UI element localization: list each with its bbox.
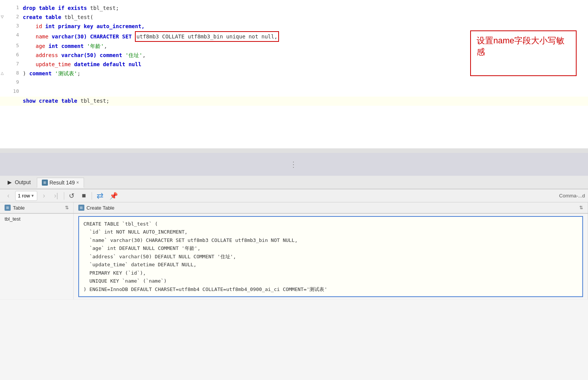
toolbar-divider-2 [92, 192, 92, 200]
col2-sort-icon[interactable]: ⇅ [579, 205, 583, 210]
result-tab-icon: ⊞ [42, 180, 48, 186]
next-page-button[interactable]: › [39, 191, 49, 201]
row-count-label: 1 row [18, 193, 30, 199]
table-col-icon: ⊞ [5, 205, 11, 211]
code-editor[interactable]: 1 drop table if exists tbl_test; 2 ▽ cre… [0, 0, 588, 148]
data-grid[interactable]: ⊞ Table ⇅ ⊞ Create Table ⇅ [0, 202, 588, 380]
tab-output[interactable]: ▶ Output [3, 178, 35, 187]
col-table-label: Table [13, 205, 25, 211]
cell-create-table-sql: CREATE TABLE `tbl_test` ( `id` int NOT N… [73, 213, 588, 299]
toolbar-divider-1 [64, 192, 64, 200]
result-toolbar: ‹ 1 row ▼ › ›| ↺ ■ ⇄ 📌 Comma-...d [0, 189, 588, 202]
code-line-empty: 9 [23, 78, 588, 87]
annotation-box: 设置name字段大小写敏感 [470, 30, 577, 76]
annotation-text: 设置name字段大小写敏感 [477, 36, 564, 57]
row-selector[interactable]: 1 row ▼ [15, 191, 37, 201]
output-icon: ▶ [8, 179, 12, 185]
code-line-empty2: 10 [23, 87, 588, 97]
resize-handle-icon: ⋮ [290, 160, 299, 169]
bottom-panel: ▶ Output ⊞ Result 149 × ‹ 1 row ▼ › ›| ↺… [0, 176, 588, 380]
code-line-1: 1 drop table if exists tbl_test; [23, 4, 588, 13]
comma-label: Comma-...d [559, 193, 585, 199]
prev-page-button[interactable]: ‹ [3, 191, 14, 201]
resize-area: ⋮ [0, 153, 588, 176]
refresh-button[interactable]: ↺ [67, 191, 77, 201]
grid-header-row: ⊞ Table ⇅ ⊞ Create Table ⇅ [0, 202, 588, 213]
pin-button[interactable]: 📌 [107, 191, 120, 201]
highlighted-charset: utf8mb3 COLLATE utf8mb3_bin unique not n… [135, 31, 279, 42]
col-create-table-label: Create Table [87, 205, 114, 211]
code-line-2: 2 ▽ create table tbl_test( [23, 13, 588, 22]
last-page-button[interactable]: ›| [51, 191, 62, 201]
col-table-header: ⊞ Table ⇅ [0, 202, 73, 213]
close-tab-button[interactable]: × [76, 180, 79, 185]
stop-button[interactable]: ■ [79, 191, 89, 201]
result-label: Result 149 [49, 180, 75, 186]
code-line-3: 3 id int primary key auto_increment, [23, 22, 588, 31]
export-button[interactable]: ⇄ [94, 191, 106, 201]
col1-sort-icon[interactable]: ⇅ [65, 205, 69, 210]
output-label: Output [15, 179, 31, 185]
cell-table-name: tbl_test [0, 213, 73, 299]
row-dropdown-icon: ▼ [31, 194, 35, 198]
col-create-table-header: ⊞ Create Table ⇅ [73, 202, 588, 213]
tab-bar: ▶ Output ⊞ Result 149 × [0, 176, 588, 189]
tab-result[interactable]: ⊞ Result 149 × [37, 178, 84, 188]
table-row: tbl_test CREATE TABLE `tbl_test` ( `id` … [0, 213, 588, 299]
code-line-show: 11 show create table tbl_test; [0, 97, 588, 106]
create-table-col-icon: ⊞ [78, 205, 84, 211]
editor-scrollbar[interactable] [0, 148, 588, 153]
create-table-content: CREATE TABLE `tbl_test` ( `id` int NOT N… [78, 216, 583, 297]
result-table: ⊞ Table ⇅ ⊞ Create Table ⇅ [0, 202, 588, 300]
